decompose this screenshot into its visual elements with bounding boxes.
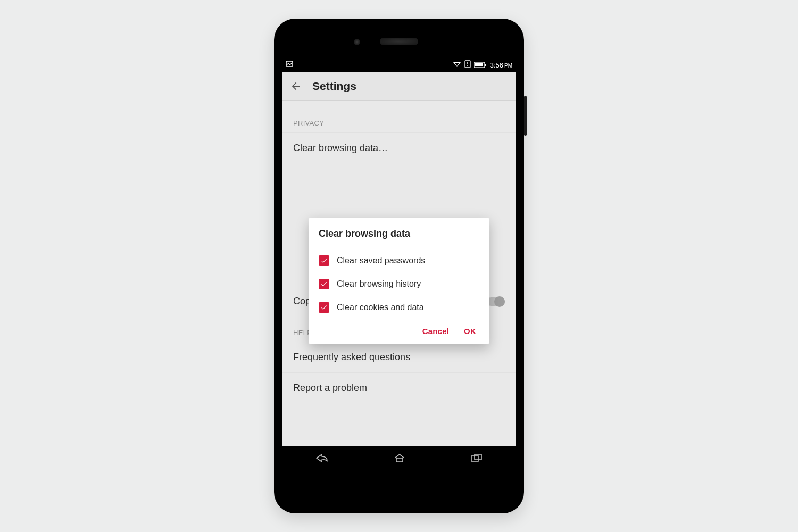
arrow-left-icon xyxy=(290,80,302,92)
dialog-actions: Cancel OK xyxy=(319,319,479,339)
svg-rect-7 xyxy=(475,63,483,66)
checkmark-icon xyxy=(320,257,328,264)
checkmark-icon xyxy=(320,280,328,288)
time-value: 3:56 xyxy=(490,61,503,69)
cancel-button[interactable]: Cancel xyxy=(422,327,449,336)
checkbox-clear-passwords[interactable] xyxy=(319,255,329,266)
settings-content: PRIVACY Clear browsing data… Copy and se… xyxy=(282,101,516,446)
status-bar: 3:56PM xyxy=(282,58,516,72)
svg-rect-9 xyxy=(396,458,403,462)
option-label: Clear browsing history xyxy=(337,279,421,289)
screenshot-icon xyxy=(286,61,294,70)
option-label: Clear cookies and data xyxy=(337,303,424,312)
nav-home-icon[interactable] xyxy=(394,453,405,465)
screen: 3:56PM Settings PRIVACY Clear browsing d… xyxy=(282,58,516,472)
option-clear-cookies[interactable]: Clear cookies and data xyxy=(319,296,479,319)
svg-rect-0 xyxy=(286,61,293,66)
nav-recents-icon[interactable] xyxy=(470,453,483,465)
page-title: Settings xyxy=(312,80,356,93)
option-clear-passwords[interactable]: Clear saved passwords xyxy=(319,249,479,272)
back-button[interactable] xyxy=(288,78,304,94)
wifi-icon xyxy=(453,61,461,70)
option-label: Clear saved passwords xyxy=(337,256,425,265)
checkbox-clear-cookies[interactable] xyxy=(319,302,329,313)
svg-rect-8 xyxy=(485,64,486,66)
earpiece xyxy=(380,38,418,45)
option-clear-history[interactable]: Clear browsing history xyxy=(319,272,479,296)
android-navbar xyxy=(282,446,516,472)
checkbox-clear-history[interactable] xyxy=(319,279,329,289)
dialog-title: Clear browsing data xyxy=(319,228,479,239)
sensor-dot xyxy=(354,39,360,45)
nav-back-icon[interactable] xyxy=(315,453,329,466)
battery-icon xyxy=(474,62,487,68)
ok-button[interactable]: OK xyxy=(464,327,476,336)
clear-browsing-dialog: Clear browsing data Clear saved password… xyxy=(309,218,489,344)
phone-frame: 3:56PM Settings PRIVACY Clear browsing d… xyxy=(274,19,524,513)
app-bar: Settings xyxy=(282,72,516,101)
svg-point-5 xyxy=(467,65,468,66)
time-suffix: PM xyxy=(504,63,512,69)
status-time: 3:56PM xyxy=(490,61,512,69)
sim-alert-icon xyxy=(464,60,471,70)
checkmark-icon xyxy=(320,304,328,311)
